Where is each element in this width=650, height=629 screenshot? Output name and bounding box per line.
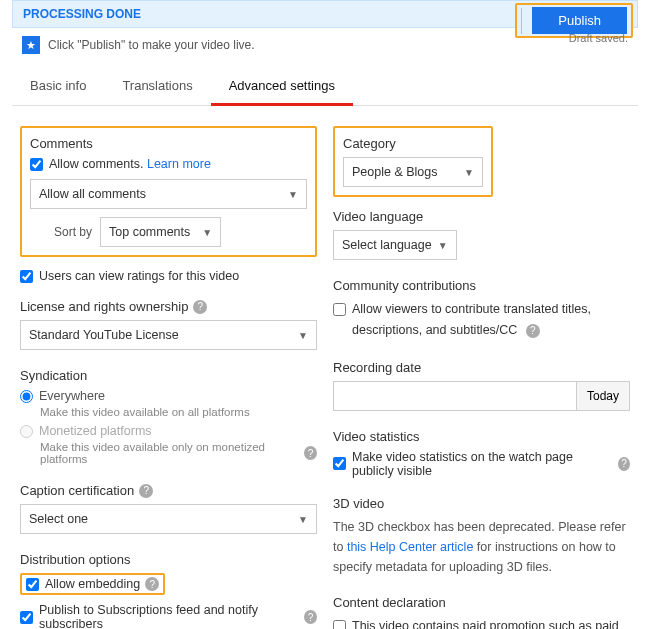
help-icon[interactable]: ? [304,610,317,624]
language-group: Video language Select language ▼ [333,209,630,260]
syndication-everywhere-sub: Make this video available on all platfor… [40,406,317,418]
caret-icon: ▼ [438,240,448,251]
processing-status: PROCESSING DONE [23,7,141,21]
declaration-label: This video contains paid promotion such … [352,619,626,630]
syndication-monetized-sub: Make this video available only on moneti… [40,441,299,465]
syndication-everywhere-radio[interactable] [20,390,33,403]
learn-more-link[interactable]: Learn more [147,157,211,171]
community-title: Community contributions [333,278,630,293]
publish-feed-checkbox[interactable] [20,611,33,624]
category-title: Category [343,136,483,151]
sort-by-value: Top comments [109,225,190,239]
declaration-group: Content declaration This video contains … [333,595,630,630]
help-icon[interactable]: ? [145,577,159,591]
caret-icon: ▼ [298,514,308,525]
category-highlight: Category People & Blogs ▼ [333,126,493,197]
tab-translations[interactable]: Translations [104,68,210,105]
comments-highlight: Comments Allow comments. Learn more Allo… [20,126,317,257]
stats-group: Video statistics Make video statistics o… [333,429,630,478]
allow-embedding-checkbox[interactable] [26,578,39,591]
syndication-monetized-label: Monetized platforms [39,424,152,438]
caret-icon: ▼ [464,167,474,178]
3d-title: 3D video [333,496,630,511]
comment-filter-value: Allow all comments [39,187,146,201]
stats-title: Video statistics [333,429,630,444]
tab-basic-info[interactable]: Basic info [12,68,104,105]
allow-comments-label: Allow comments. [49,157,143,171]
help-icon[interactable]: ? [618,457,630,471]
comment-filter-select[interactable]: Allow all comments ▼ [30,179,307,209]
help-icon[interactable]: ? [193,300,207,314]
comments-title: Comments [30,136,307,151]
language-value: Select language [342,238,432,252]
draft-saved: Draft saved. [569,32,628,44]
recording-group: Recording date Today [333,360,630,411]
category-select[interactable]: People & Blogs ▼ [343,157,483,187]
category-value: People & Blogs [352,165,437,179]
syndication-monetized-radio [20,425,33,438]
license-select[interactable]: Standard YouTube License ▼ [20,320,317,350]
help-icon[interactable]: ? [304,446,317,460]
caption-group: Caption certification ? Select one ▼ [20,483,317,534]
license-group: License and rights ownership ? Standard … [20,299,317,350]
help-icon[interactable]: ? [526,324,540,338]
community-group: Community contributions Allow viewers to… [333,278,630,342]
syndication-title: Syndication [20,368,317,383]
syndication-everywhere-label: Everywhere [39,389,105,403]
stats-label: Make video statistics on the watch page … [352,450,613,478]
today-button[interactable]: Today [577,381,630,411]
right-column: Category People & Blogs ▼ Video language… [325,126,638,629]
caption-value: Select one [29,512,88,526]
tab-advanced-settings[interactable]: Advanced settings [211,68,353,106]
tabs: Basic info Translations Advanced setting… [12,68,638,106]
publish-feed-label: Publish to Subscriptions feed and notify… [39,603,299,629]
star-icon: ★ [22,36,40,54]
syndication-group: Syndication Everywhere Make this video a… [20,368,317,465]
distribution-group: Distribution options Allow embedding ? P… [20,552,317,629]
caret-icon: ▼ [298,330,308,341]
distribution-title: Distribution options [20,552,317,567]
embedding-highlight: Allow embedding ? [20,573,165,595]
caret-icon: ▼ [202,227,212,238]
sort-by-label: Sort by [54,225,92,239]
declaration-title: Content declaration [333,595,630,610]
language-title: Video language [333,209,630,224]
status-banner: PROCESSING DONE Publish [12,0,638,28]
language-select[interactable]: Select language ▼ [333,230,457,260]
license-title: License and rights ownership [20,299,188,314]
caption-select[interactable]: Select one ▼ [20,504,317,534]
stats-checkbox[interactable] [333,457,346,470]
allow-embedding-label: Allow embedding [45,577,140,591]
ratings-label: Users can view ratings for this video [39,269,239,283]
sort-by-select[interactable]: Top comments ▼ [100,217,221,247]
caret-icon: ▼ [288,189,298,200]
recording-date-input[interactable] [333,381,577,411]
tip-text: Click "Publish" to make your video live. [48,38,255,52]
community-label: Allow viewers to contribute translated t… [352,302,591,337]
allow-comments-checkbox[interactable] [30,158,43,171]
left-column: Comments Allow comments. Learn more Allo… [12,126,325,629]
3d-group: 3D video The 3D checkbox has been deprec… [333,496,630,577]
tip-row: ★ Click "Publish" to make your video liv… [12,28,638,58]
help-icon[interactable]: ? [139,484,153,498]
declaration-checkbox[interactable] [333,620,346,630]
community-checkbox[interactable] [333,303,346,316]
recording-title: Recording date [333,360,630,375]
caption-title: Caption certification [20,483,134,498]
help-center-link[interactable]: this Help Center article [347,540,473,554]
ratings-checkbox[interactable] [20,270,33,283]
license-value: Standard YouTube License [29,328,179,342]
